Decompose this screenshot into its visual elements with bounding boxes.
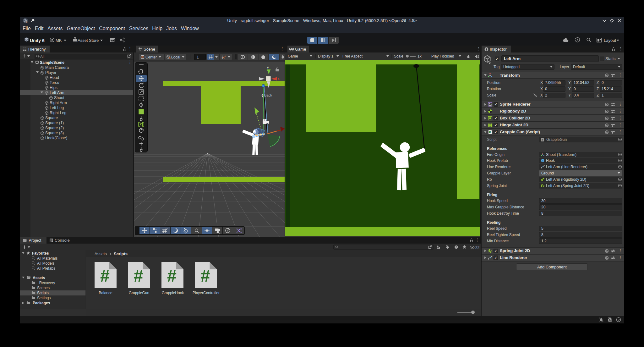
svg-text:#: # — [542, 138, 543, 141]
svg-text:#: # — [100, 266, 110, 285]
svg-text:Y: Y — [211, 57, 213, 59]
svg-text:❮Back: ❮Back — [261, 93, 272, 97]
svg-text:#: # — [489, 130, 491, 134]
svg-text:y: y — [267, 65, 269, 69]
svg-text:x: x — [278, 77, 280, 80]
